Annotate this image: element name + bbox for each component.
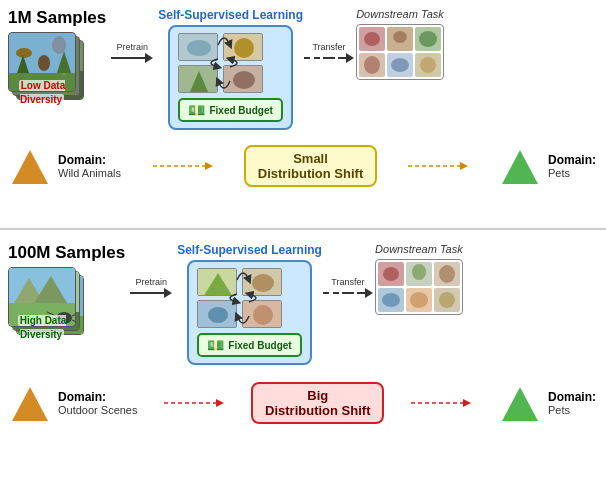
svg-marker-36 <box>205 162 213 170</box>
top-domain-left-sub: Wild Animals <box>58 167 121 179</box>
svg-point-63 <box>383 267 399 281</box>
svg-marker-39 <box>502 150 538 184</box>
bottom-budget-label: Fixed Budget <box>228 340 291 351</box>
svg-point-69 <box>382 293 400 307</box>
svg-point-25 <box>393 31 407 43</box>
top-downstream-images <box>356 24 444 80</box>
top-dist-shift-line1: Small <box>258 151 363 166</box>
top-domain-right-label: Domain: <box>548 153 596 167</box>
top-downstream-title: Downstream Task <box>356 8 444 20</box>
top-domain-right-sub: Pets <box>548 167 596 179</box>
top-dist-shift-box: Small Distribution Shift <box>244 145 377 187</box>
bottom-pretrain-label: Pretrain <box>135 277 167 287</box>
bottom-domain-right-label: Domain: <box>548 390 596 404</box>
top-dist-shift-line2: Distribution Shift <box>258 166 363 181</box>
bottom-dist-shift-line2: Distribution Shift <box>265 403 370 418</box>
bottom-transfer-label: Transfer <box>331 277 364 287</box>
bottom-domain-right-sub: Pets <box>548 404 596 416</box>
bottom-budget-box: 💵 Fixed Budget <box>197 333 301 357</box>
diagram-container: 1M Samples <box>0 0 606 500</box>
top-low-diversity-label: Low Data Diversity <box>19 80 65 105</box>
top-budget-box: 💵 Fixed Budget <box>178 98 282 122</box>
top-domain-right: Domain: Pets <box>498 144 598 188</box>
bottom-downstream-title: Downstream Task <box>375 243 463 255</box>
bottom-ssl-title: Self-Supervised Learning <box>177 243 322 257</box>
svg-point-67 <box>439 265 455 283</box>
top-ssl-box: 💵 Fixed Budget <box>168 25 292 130</box>
bottom-high-diversity-label: High Data Diversity <box>18 315 67 340</box>
svg-point-31 <box>391 58 409 72</box>
top-image-stack: Low Data Diversity <box>8 32 90 104</box>
top-samples-label: 1M Samples <box>8 8 106 28</box>
top-section: 1M Samples <box>0 0 606 230</box>
svg-point-9 <box>52 36 66 54</box>
bottom-section: 100M Samples <box>0 235 606 500</box>
bottom-dist-shift-line1: Big <box>265 388 370 403</box>
svg-point-8 <box>16 48 32 58</box>
section-divider <box>0 228 606 230</box>
svg-marker-76 <box>216 399 224 407</box>
bottom-domain-left-sub: Outdoor Scenes <box>58 404 138 416</box>
top-pretrain-label: Pretrain <box>117 42 149 52</box>
top-transfer-label: Transfer <box>312 42 345 52</box>
top-budget-label: Fixed Budget <box>209 105 272 116</box>
bottom-domain-left-label: Domain: <box>58 390 138 404</box>
bottom-dist-shift-box: Big Distribution Shift <box>251 382 384 424</box>
svg-marker-34 <box>12 150 48 184</box>
svg-point-27 <box>419 31 437 47</box>
bottom-downstream-images <box>375 259 463 315</box>
bottom-ssl-box: 💵 Fixed Budget <box>187 260 311 365</box>
svg-point-33 <box>420 57 436 73</box>
svg-marker-79 <box>502 387 538 421</box>
svg-point-10 <box>38 55 50 71</box>
top-domain-left: Domain: Wild Animals <box>8 144 123 188</box>
svg-marker-74 <box>12 387 48 421</box>
svg-point-73 <box>439 292 455 308</box>
svg-point-23 <box>364 32 380 46</box>
bottom-image-stack: High Data Diversity <box>8 267 90 339</box>
svg-marker-78 <box>463 399 471 407</box>
bottom-samples-label: 100M Samples <box>8 243 125 263</box>
bottom-domain-left: Domain: Outdoor Scenes <box>8 381 138 425</box>
svg-marker-38 <box>460 162 468 170</box>
svg-point-65 <box>412 264 426 280</box>
top-domain-left-label: Domain: <box>58 153 121 167</box>
svg-point-71 <box>410 292 428 308</box>
bottom-domain-right: Domain: Pets <box>498 381 598 425</box>
top-ssl-title: Self-Supervised Learning <box>158 8 303 22</box>
svg-point-29 <box>364 56 380 74</box>
